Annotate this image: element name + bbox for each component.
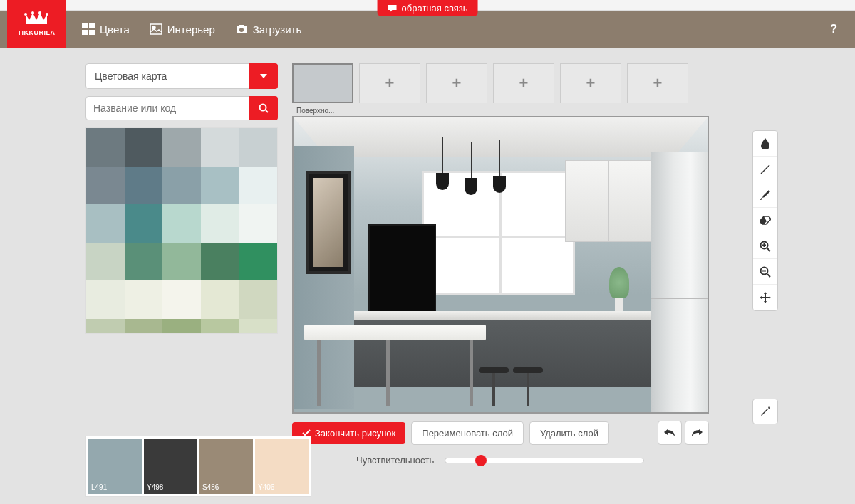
color-panel: Цветовая карта <box>86 63 278 466</box>
color-swatch[interactable] <box>86 319 125 334</box>
eyedropper-icon <box>760 406 771 417</box>
color-swatch[interactable] <box>86 243 125 281</box>
palette-icon <box>82 23 95 35</box>
dropdown-caret[interactable] <box>249 63 278 89</box>
color-swatch[interactable] <box>125 128 163 167</box>
color-swatch[interactable] <box>239 167 277 205</box>
surface-tab-add-2[interactable]: + <box>426 63 487 103</box>
color-swatch[interactable] <box>86 167 125 205</box>
color-swatch[interactable] <box>201 243 239 281</box>
color-swatch[interactable] <box>162 204 201 243</box>
tool-zoom-out[interactable] <box>753 259 777 285</box>
svg-rect-8 <box>150 24 162 34</box>
droplet-icon <box>760 138 770 149</box>
color-swatch[interactable] <box>201 204 239 243</box>
color-swatch[interactable] <box>86 128 125 167</box>
move-icon <box>760 292 771 303</box>
chevron-down-icon <box>260 74 267 78</box>
sensitivity-slider[interactable] <box>445 458 644 463</box>
search-button[interactable] <box>249 96 278 120</box>
color-swatch[interactable] <box>239 204 277 243</box>
color-swatch[interactable] <box>239 243 277 281</box>
selected-swatch[interactable]: Y406 <box>255 439 309 494</box>
svg-point-1 <box>31 11 34 14</box>
color-swatch[interactable] <box>162 319 201 334</box>
canvas[interactable] <box>292 116 709 414</box>
redo-icon <box>691 429 703 437</box>
brand-logo[interactable]: TIKKURILA <box>7 0 66 48</box>
color-swatch[interactable] <box>86 280 125 319</box>
nav-interior[interactable]: Интерьер <box>150 23 215 36</box>
camera-icon <box>235 24 248 34</box>
color-swatch[interactable] <box>239 280 277 319</box>
color-swatch[interactable] <box>201 280 239 319</box>
rename-button[interactable]: Переименовать слой <box>411 421 524 445</box>
svg-point-2 <box>38 11 41 14</box>
tool-fill[interactable] <box>753 131 777 157</box>
tool-eraser[interactable] <box>753 208 777 233</box>
plus-icon: + <box>586 74 596 93</box>
tool-eyedropper[interactable] <box>752 399 778 424</box>
delete-button[interactable]: Удалить слой <box>529 421 609 445</box>
selected-swatch[interactable]: S486 <box>200 439 253 494</box>
undo-button[interactable] <box>658 421 682 445</box>
color-swatch[interactable] <box>125 280 163 319</box>
nav-upload[interactable]: Загрузить <box>235 23 302 36</box>
color-map-dropdown[interactable]: Цветовая карта <box>86 63 278 89</box>
plus-icon: + <box>452 74 462 93</box>
tool-line[interactable] <box>753 157 777 182</box>
color-swatch[interactable] <box>201 128 239 167</box>
nav-items: Цвета Интерьер Загрузить <box>82 23 301 36</box>
surface-tab-active[interactable] <box>292 63 353 103</box>
feedback-button[interactable]: обратная связь <box>378 0 478 16</box>
surface-tabs: + + + + + <box>292 63 709 103</box>
sensitivity-row: Чувствительность <box>356 455 709 466</box>
color-swatch[interactable] <box>239 128 277 167</box>
color-swatch[interactable] <box>162 128 201 167</box>
search-input[interactable] <box>86 96 249 120</box>
surface-tab-add-4[interactable]: + <box>560 63 621 103</box>
svg-point-11 <box>260 105 266 111</box>
color-swatch[interactable] <box>201 167 239 205</box>
plus-icon: + <box>385 74 395 93</box>
color-swatch[interactable] <box>125 243 163 281</box>
surface-tab-add-5[interactable]: + <box>627 63 688 103</box>
help-button[interactable]: ? <box>830 23 837 36</box>
zoom-out-icon <box>760 266 771 278</box>
undo-redo <box>658 421 709 445</box>
tool-move[interactable] <box>753 285 777 310</box>
nav-interior-label: Интерьер <box>167 23 215 36</box>
zoom-in-icon <box>760 241 771 252</box>
nav-upload-label: Загрузить <box>253 23 302 36</box>
tool-brush[interactable] <box>753 182 777 208</box>
color-swatch[interactable] <box>162 243 201 281</box>
color-swatch[interactable] <box>201 319 239 334</box>
color-swatch[interactable] <box>125 319 163 334</box>
finish-label: Закончить рисунок <box>315 428 395 439</box>
tool-zoom-in[interactable] <box>753 233 777 259</box>
color-swatch[interactable] <box>162 167 201 205</box>
nav-colors-label: Цвета <box>100 23 130 36</box>
chat-icon <box>388 4 398 13</box>
svg-rect-7 <box>89 30 95 35</box>
crown-icon <box>24 11 48 27</box>
color-swatch[interactable] <box>125 167 163 205</box>
color-swatch[interactable] <box>86 204 125 243</box>
surface-tab-add-3[interactable]: + <box>493 63 554 103</box>
main-area: Цветовая карта + + + + + <box>0 48 855 466</box>
redo-button[interactable] <box>685 421 709 445</box>
selected-swatch[interactable]: L491 <box>88 439 142 494</box>
nav-colors[interactable]: Цвета <box>82 23 130 36</box>
svg-point-3 <box>46 13 48 16</box>
swatch-grid <box>86 127 278 334</box>
selected-swatch[interactable]: Y498 <box>144 439 197 494</box>
selected-colors: L491Y498S486Y406 <box>86 436 311 497</box>
sensitivity-label: Чувствительность <box>356 455 434 466</box>
color-swatch[interactable] <box>162 280 201 319</box>
slider-thumb[interactable] <box>475 455 487 466</box>
color-swatch[interactable] <box>125 204 163 243</box>
color-swatch[interactable] <box>239 319 277 334</box>
svg-rect-6 <box>82 30 88 35</box>
dropdown-label[interactable]: Цветовая карта <box>86 63 249 89</box>
surface-tab-add-1[interactable]: + <box>359 63 420 103</box>
